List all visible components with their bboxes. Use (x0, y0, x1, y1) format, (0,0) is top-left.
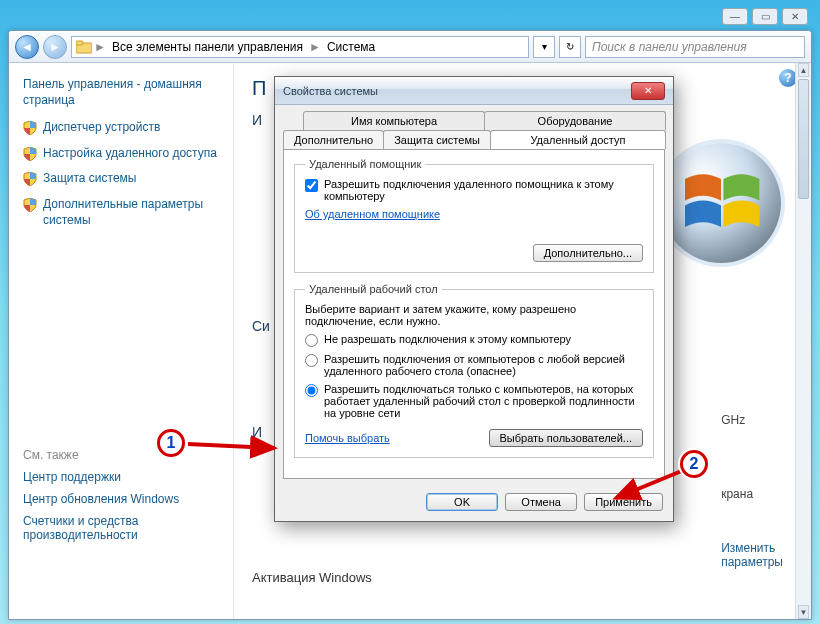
refresh-button[interactable]: ↻ (559, 36, 581, 58)
sidebar-item-label: Диспетчер устройств (43, 120, 160, 136)
help-choose-link[interactable]: Помочь выбрать (305, 432, 390, 444)
nav-forward-button[interactable]: ► (43, 35, 67, 59)
windows-logo-icon (661, 143, 781, 263)
scrollbar[interactable]: ▲ ▼ (795, 63, 811, 619)
about-assistant-link[interactable]: Об удаленном помощнике (305, 208, 440, 220)
sidebar-item-advanced-settings[interactable]: Дополнительные параметры системы (23, 197, 227, 228)
radio-label: Разрешить подключаться только с компьюте… (324, 383, 643, 419)
sidebar-item-device-manager[interactable]: Диспетчер устройств (23, 120, 227, 136)
crumb-system[interactable]: Система (323, 40, 379, 54)
sidebar-item-label: Дополнительные параметры системы (43, 197, 227, 228)
tab-remote[interactable]: Удаленный доступ (490, 130, 666, 149)
scroll-down-arrow-icon[interactable]: ▼ (798, 605, 809, 619)
activation-heading: Активация Windows (252, 570, 793, 585)
annotation-arrow-icon (610, 466, 690, 506)
shield-icon (23, 172, 37, 186)
rdp-option-nla[interactable]: Разрешить подключаться только с компьюте… (305, 383, 643, 419)
annotation-marker-2: 2 (680, 450, 708, 478)
remote-desktop-group: Удаленный рабочий стол Выберите вариант … (294, 283, 654, 458)
tab-system-protection[interactable]: Защита системы (383, 130, 491, 149)
ok-button[interactable]: OK (426, 493, 498, 511)
folder-icon (76, 40, 92, 54)
radio-label: Не разрешать подключения к этому компьют… (324, 333, 571, 345)
cancel-button[interactable]: Отмена (505, 493, 577, 511)
crumb-control-panel[interactable]: Все элементы панели управления (108, 40, 307, 54)
close-button[interactable]: ✕ (782, 8, 808, 25)
dialog-title: Свойства системы (283, 85, 378, 97)
radio-input[interactable] (305, 384, 318, 397)
rdp-option-none[interactable]: Не разрешать подключения к этому компьют… (305, 333, 643, 347)
dialog-tabs: Имя компьютера Оборудование Дополнительн… (283, 111, 665, 149)
checkbox-input[interactable] (305, 179, 318, 192)
shield-icon (23, 147, 37, 161)
shield-icon (23, 198, 37, 212)
select-users-button[interactable]: Выбрать пользователей... (489, 429, 644, 447)
sidebar-item-label: Настройка удаленного доступа (43, 146, 217, 162)
annotation-arrow-icon (186, 434, 286, 464)
shield-icon (23, 121, 37, 135)
sidebar-item-remote-settings[interactable]: Настройка удаленного доступа (23, 146, 227, 162)
sidebar: Панель управления - домашняя страница Ди… (9, 63, 234, 619)
assistant-advanced-button[interactable]: Дополнительно... (533, 244, 643, 262)
change-settings-link[interactable]: параметры (721, 555, 783, 569)
radio-input[interactable] (305, 334, 318, 347)
remote-assistant-group: Удаленный помощник Разрешить подключения… (294, 158, 654, 273)
address-dropdown-button[interactable]: ▾ (533, 36, 555, 58)
change-settings-link[interactable]: Изменить (721, 541, 775, 555)
right-text-fragment: GHz крана Изменить параметры (721, 413, 783, 569)
radio-label: Разрешить подключения от компьютеров с л… (324, 353, 643, 377)
svg-line-4 (616, 470, 684, 498)
crumb-sep-icon: ► (94, 40, 106, 54)
annotation-marker-1: 1 (157, 429, 185, 457)
search-input[interactable]: Поиск в панели управления (585, 36, 805, 58)
crumb-sep-icon: ► (309, 40, 321, 54)
tab-content: Удаленный помощник Разрешить подключения… (283, 149, 665, 479)
minimize-button[interactable]: — (722, 8, 748, 25)
sidebar-home-link[interactable]: Панель управления - домашняя страница (23, 77, 227, 108)
nav-back-button[interactable]: ◄ (15, 35, 39, 59)
system-properties-dialog: Свойства системы ✕ Имя компьютера Оборуд… (274, 76, 674, 522)
sidebar-item-label: Защита системы (43, 171, 136, 187)
window-caption-buttons: — ▭ ✕ (722, 8, 808, 25)
seealso-perf-counters[interactable]: Счетчики и средства производительности (23, 514, 227, 542)
rdp-option-any[interactable]: Разрешить подключения от компьютеров с л… (305, 353, 643, 377)
maximize-button[interactable]: ▭ (752, 8, 778, 25)
group-legend: Удаленный помощник (305, 158, 425, 170)
tab-advanced[interactable]: Дополнительно (283, 130, 384, 149)
svg-point-2 (663, 145, 778, 260)
group-legend: Удаленный рабочий стол (305, 283, 442, 295)
allow-assistant-checkbox[interactable]: Разрешить подключения удаленного помощни… (305, 178, 643, 202)
rdp-instructions: Выберите вариант и затем укажите, кому р… (305, 303, 643, 327)
seealso-support-center[interactable]: Центр поддержки (23, 470, 227, 484)
breadcrumb[interactable]: ► Все элементы панели управления ► Систе… (71, 36, 529, 58)
dialog-close-button[interactable]: ✕ (631, 82, 665, 100)
svg-rect-1 (76, 41, 83, 45)
checkbox-label: Разрешить подключения удаленного помощни… (324, 178, 643, 202)
radio-input[interactable] (305, 354, 318, 367)
dialog-titlebar[interactable]: Свойства системы ✕ (275, 77, 673, 105)
tab-computer-name[interactable]: Имя компьютера (303, 111, 485, 130)
scroll-up-arrow-icon[interactable]: ▲ (798, 63, 809, 77)
address-bar: ◄ ► ► Все элементы панели управления ► С… (9, 31, 811, 63)
tab-hardware[interactable]: Оборудование (484, 111, 666, 130)
seealso-windows-update[interactable]: Центр обновления Windows (23, 492, 227, 506)
sidebar-item-system-protection[interactable]: Защита системы (23, 171, 227, 187)
svg-line-3 (188, 444, 274, 448)
scrollbar-thumb[interactable] (798, 79, 809, 199)
